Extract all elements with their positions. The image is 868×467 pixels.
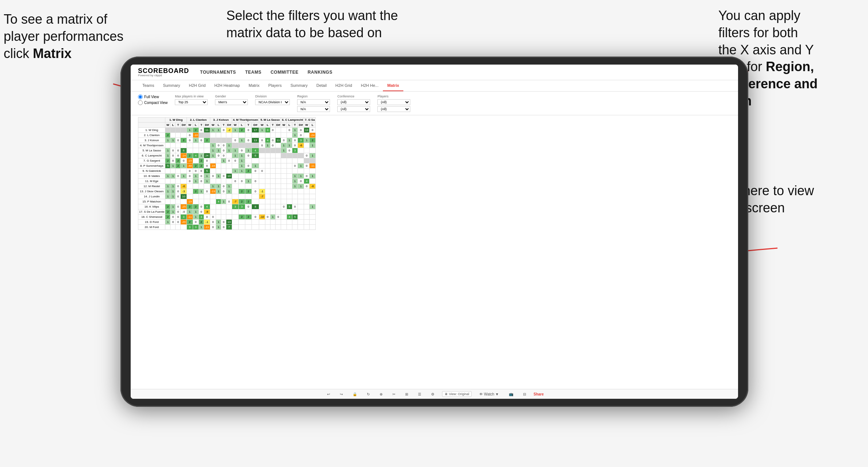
grid2-btn[interactable]: ⊟ [521, 391, 528, 397]
matrix-cell [170, 225, 176, 230]
lock-btn[interactable]: 🔒 [350, 391, 359, 397]
share-btn[interactable]: Share [534, 392, 544, 396]
matrix-cell: 10 [181, 194, 187, 199]
matrix-cell: 1 [216, 128, 221, 133]
division-select[interactable]: NCAA Division I [255, 99, 290, 105]
players-select-1[interactable]: (All) [377, 99, 410, 105]
matrix-cell: 1 [199, 225, 204, 230]
tab-summary2[interactable]: Summary [286, 80, 312, 91]
gender-select[interactable]: Men's [215, 99, 248, 105]
matrix-cell: -11 [204, 225, 210, 230]
matrix-cell: -6 [309, 184, 315, 189]
matrix-cell [265, 220, 270, 225]
matrix-cell [287, 163, 292, 169]
matrix-cell: 2 [309, 138, 315, 143]
tab-players[interactable]: Players [264, 80, 286, 91]
refresh-btn[interactable]: ↻ [365, 391, 372, 397]
nav-tournaments[interactable]: TOURNAMENTS [200, 69, 236, 76]
matrix-sub-header-empty [138, 123, 165, 128]
grid-btn[interactable]: ⊞ [403, 391, 410, 397]
tab-h2hh[interactable]: H2H He... [357, 80, 383, 91]
matrix-cell [199, 133, 204, 138]
matrix-cell: 0 [176, 174, 181, 179]
matrix-cell: 2 [193, 128, 199, 133]
tab-matrix-active[interactable]: Matrix [383, 80, 403, 91]
matrix-cell: 13 [304, 128, 310, 133]
radio-full-view-input[interactable] [138, 94, 143, 99]
menu-btn[interactable]: ☰ [416, 391, 423, 397]
table-row: 10. B Valdes11010101010101101 [138, 174, 316, 179]
matrix-cell [238, 220, 245, 225]
undo-btn[interactable]: ↩ [325, 391, 332, 397]
annotation-left: To see a matrix of player performances c… [4, 11, 135, 62]
matrix-cell [309, 209, 315, 215]
ann-right-l4b: Region, [766, 59, 814, 74]
matrix-table: 1. W Ding 2. L Clanton 3. J Koivun 4. M … [138, 117, 316, 230]
matrix-cell [304, 143, 310, 148]
radio-compact-view[interactable]: Compact View [138, 100, 168, 105]
radio-full-view[interactable]: Full View [138, 94, 168, 99]
conference-select-1[interactable]: (All) [337, 99, 370, 105]
matrix-cell [259, 204, 265, 209]
sh-d3: Dif [226, 123, 232, 128]
matrix-cell: 6 [181, 148, 187, 153]
view-original-btn[interactable]: 🖥 View: Original [442, 391, 472, 397]
tab-h2h-heatmap[interactable]: H2H Heatmap [210, 80, 244, 91]
nav-committee[interactable]: COMMITTEE [270, 69, 299, 76]
matrix-cell: 0 [204, 215, 210, 220]
matrix-cell: 1 [265, 143, 270, 148]
matrix-cell [270, 148, 275, 153]
settings-btn[interactable]: ⚙ [429, 391, 437, 397]
matrix-cell [298, 158, 304, 163]
matrix-cell [176, 133, 181, 138]
matrix-cell [165, 128, 170, 133]
matrix-cell [232, 209, 238, 215]
tab-summary[interactable]: Summary [158, 80, 184, 91]
matrix-cell: 0 [226, 158, 232, 163]
tab-matrix[interactable]: Matrix [244, 80, 264, 91]
matrix-cell: 5 [292, 215, 297, 220]
matrix-cell [265, 194, 270, 199]
matrix-cell: 0 [170, 215, 176, 220]
matrix-cell [226, 179, 232, 184]
tab-h2h-grid[interactable]: H2H Grid [184, 80, 210, 91]
matrix-cell [265, 184, 270, 189]
region-select-1[interactable]: N/A [297, 99, 330, 105]
redo-btn[interactable]: ↪ [338, 391, 345, 397]
matrix-cell [165, 225, 170, 230]
players-select-2[interactable]: (All) [377, 106, 410, 112]
matrix-cell: 2 [187, 204, 193, 209]
tab-teams[interactable]: Teams [138, 80, 158, 91]
cut-btn[interactable]: ✂ [390, 391, 397, 397]
matrix-cell: 0 [304, 174, 310, 179]
matrix-cell [304, 225, 310, 230]
matrix-cell [265, 174, 270, 179]
matrix-cell [265, 133, 270, 138]
nav-teams[interactable]: TEAMS [245, 69, 262, 76]
radio-compact-view-input[interactable] [138, 100, 143, 105]
nav-rankings[interactable]: RANKINGS [308, 69, 333, 76]
zoom-in-btn[interactable]: ⊕ [377, 391, 385, 397]
matrix-cell: 0 [298, 128, 304, 133]
monitor-btn[interactable]: 📺 [507, 391, 515, 397]
matrix-cell: 0 [238, 179, 245, 184]
matrix-cell: 0 [245, 128, 251, 133]
table-row: 16. K Vilips210-25220433080501 [138, 204, 316, 209]
matrix-cell: 1 [210, 184, 216, 189]
tab-h2h-grid2[interactable]: H2H Grid [331, 80, 357, 91]
watch-btn[interactable]: 👁 Watch ▼ [477, 391, 501, 397]
matrix-cell: 1 [199, 153, 204, 158]
matrix-cell: 0 [199, 128, 204, 133]
filter-max-players: Max players in view Top 25 [175, 94, 208, 105]
table-row: 2. L Clanton20-1610-24 [138, 133, 316, 138]
matrix-cell: 1 [193, 174, 199, 179]
conference-select-2[interactable]: (All) [337, 106, 370, 112]
max-players-select[interactable]: Top 25 [175, 99, 208, 105]
matrix-cell: 0 [292, 163, 297, 169]
matrix-cell: 0 [232, 179, 238, 184]
matrix-cell [275, 143, 281, 148]
scoreboard-header: SCOREBOARD Powered by clippd TOURNAMENTS… [131, 65, 738, 80]
matrix-cell: 0 [221, 153, 226, 158]
tab-detail[interactable]: Detail [312, 80, 331, 91]
region-select-2[interactable]: N/A [297, 106, 330, 112]
